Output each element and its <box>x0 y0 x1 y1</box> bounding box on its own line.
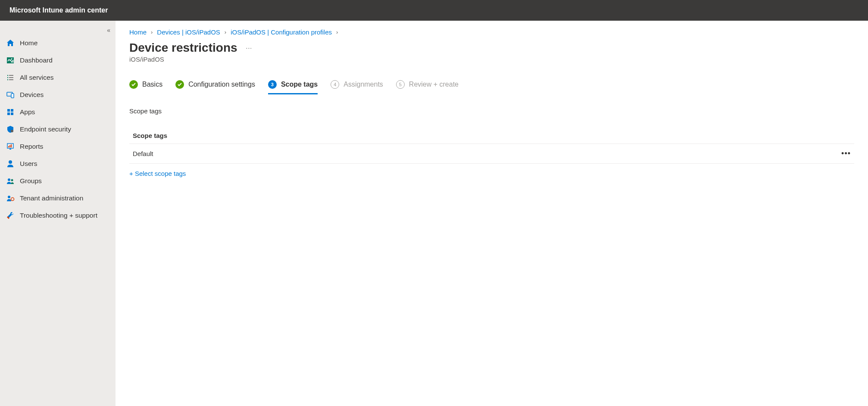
sidebar-item-label: Reports <box>20 143 43 150</box>
groups-icon <box>6 177 15 185</box>
section-label: Scope tags <box>129 107 854 115</box>
svg-rect-8 <box>9 79 13 80</box>
breadcrumb-devices-ios[interactable]: Devices | iOS/iPadOS <box>157 28 220 36</box>
main-content: Home › Devices | iOS/iPadOS › iOS/iPadOS… <box>116 21 868 406</box>
more-icon[interactable]: ··· <box>246 44 253 55</box>
dashboard-icon <box>6 56 15 65</box>
step-number-icon: 3 <box>268 80 277 89</box>
list-icon <box>6 73 15 82</box>
svg-rect-12 <box>11 109 13 112</box>
wizard-step-label: Basics <box>142 81 162 88</box>
svg-point-24 <box>8 196 10 198</box>
svg-rect-20 <box>9 149 11 150</box>
sidebar-item-label: Dashboard <box>20 56 53 64</box>
sidebar-item-label: Troubleshooting + support <box>20 212 97 219</box>
wrench-icon <box>6 211 15 220</box>
sidebar-item-home[interactable]: Home <box>0 34 116 52</box>
sidebar-item-devices[interactable]: Devices <box>0 86 116 103</box>
svg-rect-18 <box>9 145 10 147</box>
tenant-admin-icon <box>6 194 15 203</box>
svg-rect-11 <box>7 109 10 112</box>
sidebar-item-reports[interactable]: Reports <box>0 138 116 155</box>
svg-point-3 <box>7 75 8 76</box>
breadcrumb: Home › Devices | iOS/iPadOS › iOS/iPadOS… <box>129 28 854 36</box>
check-icon <box>129 80 138 89</box>
svg-rect-1 <box>11 61 12 62</box>
sidebar-item-users[interactable]: Users <box>0 155 116 172</box>
chevron-right-icon: › <box>336 29 338 35</box>
sidebar-item-tenant-administration[interactable]: Tenant administration <box>0 190 116 207</box>
devices-icon <box>6 91 15 99</box>
wizard-steps: Basics Configuration settings 3 Scope ta… <box>129 80 854 94</box>
svg-point-7 <box>7 79 8 80</box>
app-title: Microsoft Intune admin center <box>9 6 108 14</box>
svg-point-21 <box>9 160 12 164</box>
sidebar-item-label: Groups <box>20 177 42 185</box>
step-number-icon: 5 <box>396 80 405 89</box>
page-subtitle: iOS/iPadOS <box>129 56 854 63</box>
sidebar-item-groups[interactable]: Groups <box>0 172 116 190</box>
sidebar-item-label: All services <box>20 74 53 81</box>
sidebar-item-all-services[interactable]: All services <box>0 69 116 86</box>
chevron-right-icon: › <box>151 29 153 35</box>
sidebar-item-label: Devices <box>20 91 44 99</box>
more-icon[interactable]: ••• <box>841 149 851 158</box>
wizard-step-scope-tags[interactable]: 3 Scope tags <box>268 80 318 94</box>
wizard-step-review-create[interactable]: 5 Review + create <box>396 80 459 94</box>
sidebar-item-endpoint-security[interactable]: Endpoint security <box>0 121 116 138</box>
wizard-step-label: Scope tags <box>281 81 318 88</box>
select-scope-tags-button[interactable]: + Select scope tags <box>129 164 186 177</box>
check-icon <box>175 80 184 89</box>
app-header: Microsoft Intune admin center <box>0 0 868 21</box>
chevron-right-icon: › <box>225 29 226 35</box>
sidebar-item-label: Home <box>20 39 37 47</box>
svg-rect-4 <box>9 75 13 76</box>
wizard-step-assignments[interactable]: 4 Assignments <box>331 80 383 94</box>
svg-rect-13 <box>7 112 10 115</box>
sidebar-item-dashboard[interactable]: Dashboard <box>0 52 116 69</box>
wizard-step-label: Assignments <box>343 81 383 88</box>
svg-rect-14 <box>11 112 13 115</box>
sidebar-item-troubleshooting[interactable]: Troubleshooting + support <box>0 207 116 224</box>
svg-point-22 <box>8 178 10 181</box>
breadcrumb-home[interactable]: Home <box>129 28 147 36</box>
svg-point-15 <box>11 130 13 132</box>
reports-icon <box>6 142 15 151</box>
collapse-sidebar-icon[interactable]: « <box>107 27 110 34</box>
wizard-step-configuration-settings[interactable]: Configuration settings <box>175 80 255 94</box>
step-number-icon: 4 <box>331 80 339 89</box>
svg-rect-19 <box>11 144 12 147</box>
user-icon <box>6 159 15 168</box>
table-header-scope-tags: Scope tags <box>129 128 854 144</box>
home-icon <box>6 39 15 47</box>
svg-point-25 <box>11 198 14 201</box>
sidebar-item-apps[interactable]: Apps <box>0 103 116 121</box>
shield-icon <box>6 125 15 134</box>
sidebar-item-label: Apps <box>20 108 35 116</box>
sidebar: « Home Dashboard All services Devices Ap… <box>0 21 116 406</box>
svg-rect-17 <box>8 146 9 147</box>
page-title: Device restrictions <box>129 41 237 55</box>
sidebar-item-label: Endpoint security <box>20 125 71 133</box>
sidebar-item-label: Tenant administration <box>20 194 83 202</box>
svg-rect-6 <box>9 77 13 78</box>
table-row: Default ••• <box>129 144 854 164</box>
scope-tag-value: Default <box>133 150 153 157</box>
svg-point-23 <box>11 179 13 181</box>
wizard-step-label: Review + create <box>409 81 459 88</box>
wizard-step-label: Configuration settings <box>188 81 255 88</box>
svg-rect-2 <box>12 60 13 62</box>
sidebar-item-label: Users <box>20 160 37 168</box>
svg-point-5 <box>7 77 8 78</box>
wizard-step-basics[interactable]: Basics <box>129 80 162 94</box>
svg-rect-10 <box>11 94 14 98</box>
breadcrumb-config-profiles[interactable]: iOS/iPadOS | Configuration profiles <box>231 28 332 36</box>
apps-icon <box>6 108 15 116</box>
